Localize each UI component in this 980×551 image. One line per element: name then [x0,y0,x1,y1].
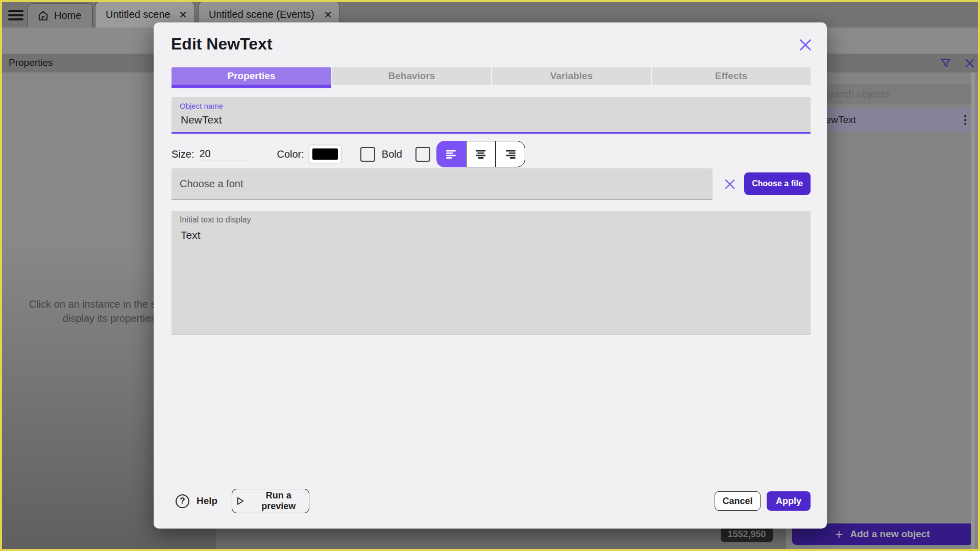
tab-variables[interactable]: Variables [491,67,651,85]
align-center-button[interactable] [466,141,496,167]
edit-object-dialog: Edit NewText Properties Behaviors Variab… [154,22,827,529]
size-input[interactable] [198,147,251,161]
tab-behaviors[interactable]: Behaviors [331,67,491,85]
font-field[interactable]: Choose a font [172,168,713,200]
close-dialog-icon[interactable] [797,37,814,53]
apply-button[interactable]: Apply [767,491,811,511]
help-icon[interactable]: ? [176,494,189,508]
run-preview-button[interactable]: Run a preview [232,489,309,513]
app-window: Home Untitled scene ✕ Untitled scene (Ev… [0,0,980,551]
cancel-button[interactable]: Cancel [715,491,761,511]
initial-text-field[interactable]: Initial text to display Text [172,211,811,335]
bold-checkbox[interactable] [360,147,375,162]
object-name-field[interactable]: Object name [172,97,811,134]
tab-properties[interactable]: Properties [172,67,331,85]
text-style-row: Size: Color: Bold Italic [172,141,811,167]
align-right-button[interactable] [496,141,525,167]
italic-checkbox[interactable] [415,147,430,162]
tab-effects[interactable]: Effects [651,67,811,85]
bold-label: Bold [382,148,402,160]
dialog-tab-bar: Properties Behaviors Variables Effects [172,67,811,88]
size-label: Size: [172,148,194,160]
clear-font-icon[interactable] [723,177,737,191]
object-name-field-label: Object name [180,102,223,110]
dialog-title: Edit NewText [171,35,273,54]
color-label: Color: [277,148,304,160]
color-picker[interactable] [309,145,341,163]
align-left-button[interactable] [436,141,466,167]
choose-file-button[interactable]: Choose a file [744,172,811,195]
initial-text-label: Initial text to display [180,215,251,224]
dialog-footer: ? Help Run a preview Cancel Apply [172,489,811,513]
text-alignment-group [436,141,525,167]
font-row: Choose a font Choose a file [172,168,811,200]
color-swatch [312,148,338,160]
font-field-value: Choose a font [180,178,243,190]
object-name-input[interactable] [180,113,743,127]
help-label[interactable]: Help [197,495,217,507]
initial-text-textarea[interactable]: Text [180,228,799,330]
